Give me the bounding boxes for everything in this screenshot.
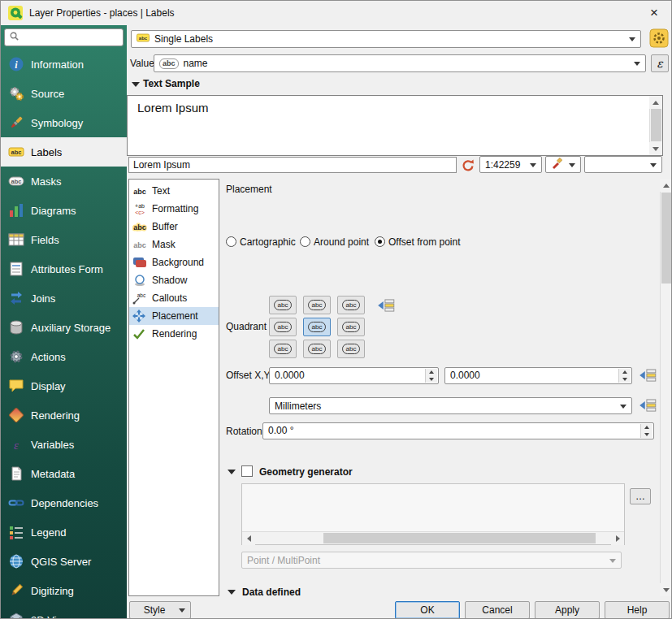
spin-up-icon[interactable] — [641, 424, 652, 431]
ok-button[interactable]: OK — [395, 601, 460, 619]
fields-icon — [8, 232, 24, 248]
tab-label: Mask — [152, 239, 176, 250]
offset-y-value: 0.0000 — [450, 370, 480, 381]
sidebar-item-labels[interactable]: abc Labels — [1, 137, 127, 167]
sidebar-item-attributes-form[interactable]: Attributes Form — [1, 254, 127, 284]
sidebar-item-label: QGIS Server — [31, 556, 91, 568]
scroll-left-icon[interactable] — [242, 532, 255, 545]
buffer-tab-icon: abc — [132, 220, 147, 233]
spin-up-icon[interactable] — [619, 369, 631, 376]
auxiliary-storage-icon — [8, 319, 24, 335]
quadrant-button-below-left[interactable]: abc — [269, 340, 297, 358]
collapse-arrow-icon[interactable] — [228, 590, 236, 595]
tab-shadow[interactable]: Shadow — [129, 271, 219, 289]
sidebar-search-input[interactable] — [4, 28, 124, 46]
expression-scrollbar[interactable] — [242, 531, 624, 544]
offset-units-combo[interactable]: Millimeters — [269, 397, 632, 414]
sidebar-item-display[interactable]: Display — [1, 371, 127, 400]
offset-x-input[interactable]: 0.0000 — [269, 367, 439, 384]
sidebar-item-masks[interactable]: abc Masks — [1, 167, 127, 196]
sidebar-item-fields[interactable]: Fields — [1, 225, 127, 254]
scale-combo[interactable]: 1:42259 — [479, 156, 542, 173]
sample-text-input[interactable]: Lorem Ipsum — [128, 157, 457, 173]
quadrant-button-above[interactable]: abc — [303, 296, 331, 314]
reset-sample-button[interactable] — [459, 156, 477, 173]
quadrant-button-over[interactable]: abc — [303, 318, 331, 336]
expression-dialog-button[interactable]: … — [630, 488, 651, 504]
tab-callouts[interactable]: abc Callouts — [129, 289, 219, 307]
spin-down-icon[interactable] — [641, 431, 652, 439]
radio-offset-from-point[interactable] — [375, 236, 385, 247]
text-format-combo[interactable] — [545, 156, 581, 173]
scroll-down-icon[interactable] — [649, 142, 662, 155]
sidebar-item-metadata[interactable]: Metadata — [1, 459, 127, 488]
quadrant-button-left[interactable]: abc — [269, 318, 297, 336]
tab-formatting[interactable]: +ab<c> Formatting — [129, 200, 219, 218]
quadrant-cell-label: abc — [308, 300, 327, 310]
sidebar-item-digitizing[interactable]: Digitizing — [1, 576, 127, 605]
preview-scrollbar[interactable] — [649, 96, 662, 155]
tab-background[interactable]: Background — [129, 253, 219, 271]
sidebar-item-variables[interactable]: ε Variables — [1, 430, 127, 459]
tab-buffer[interactable]: abc Buffer — [129, 218, 219, 236]
geometry-generator-expression-input[interactable] — [241, 483, 625, 545]
units-data-defined-button[interactable] — [638, 397, 657, 413]
scroll-right-icon[interactable] — [611, 532, 624, 545]
tab-text[interactable]: abc Text — [129, 182, 219, 200]
scrollbar-thumb[interactable] — [651, 109, 661, 141]
rotation-input[interactable]: 0.00 ° — [262, 422, 654, 439]
quadrant-button-below-right[interactable]: abc — [337, 340, 365, 358]
sidebar-item-dependencies[interactable]: Dependencies — [1, 488, 127, 517]
sidebar-item-label: Symbology — [31, 117, 83, 129]
label-mode-combo[interactable]: abc Single Labels — [131, 30, 641, 48]
sidebar-item-3d-view[interactable]: 3D View — [1, 605, 127, 619]
offset-data-defined-button[interactable] — [638, 367, 657, 383]
sidebar-item-source[interactable]: Source — [1, 79, 127, 108]
sidebar-item-label: Variables — [31, 439, 74, 451]
help-button[interactable]: Help — [605, 601, 670, 619]
scroll-up-icon[interactable] — [660, 179, 672, 192]
quadrant-button-above-left[interactable]: abc — [269, 296, 297, 314]
font-preview-combo[interactable] — [584, 156, 662, 173]
spin-down-icon[interactable] — [426, 376, 437, 383]
spin-down-icon[interactable] — [619, 376, 631, 383]
quadrant-button-above-right[interactable]: abc — [337, 296, 365, 314]
quadrant-data-defined-button[interactable] — [376, 297, 396, 314]
collapse-arrow-icon[interactable] — [228, 470, 236, 474]
radio-cartographic[interactable] — [226, 236, 236, 247]
style-menu-button[interactable]: Style — [129, 601, 191, 619]
geometry-generator-checkbox[interactable] — [241, 465, 253, 477]
sidebar-item-qgis-server[interactable]: QGIS Server — [1, 547, 127, 576]
scroll-up-icon[interactable] — [649, 96, 662, 109]
geometry-type-combo[interactable]: Point / MultiPoint — [241, 552, 622, 569]
radio-around-point[interactable] — [300, 236, 310, 247]
content-scrollbar[interactable] — [660, 179, 672, 596]
sidebar-item-actions[interactable]: Actions — [1, 342, 127, 371]
quadrant-button-right[interactable]: abc — [337, 318, 365, 336]
auto-placement-settings-button[interactable] — [649, 28, 669, 48]
scroll-down-icon[interactable] — [660, 583, 672, 596]
symbology-icon — [8, 115, 24, 131]
tab-placement[interactable]: Placement — [129, 307, 219, 325]
sidebar-item-legend[interactable]: Legend — [1, 517, 127, 547]
scrollbar-thumb[interactable] — [661, 193, 672, 284]
cancel-button[interactable]: Cancel — [465, 601, 530, 619]
tab-rendering[interactable]: Rendering — [129, 325, 219, 343]
sidebar-item-diagrams[interactable]: Diagrams — [1, 196, 127, 225]
collapse-arrow-icon[interactable] — [132, 82, 140, 87]
value-field-combo[interactable]: abc name — [154, 54, 646, 72]
spin-up-icon[interactable] — [426, 369, 437, 376]
sidebar-item-auxiliary-storage[interactable]: Auxiliary Storage — [1, 313, 127, 342]
label-settings-tabs: abc Text +ab<c> Formatting abc Buffer ab… — [128, 179, 219, 596]
sidebar-item-joins[interactable]: Joins — [1, 284, 127, 313]
sidebar-item-symbology[interactable]: Symbology — [1, 108, 127, 137]
sidebar-item-rendering[interactable]: Rendering — [1, 400, 127, 430]
tab-mask[interactable]: abc Mask — [129, 236, 219, 253]
quadrant-button-below[interactable]: abc — [303, 340, 331, 358]
close-button[interactable]: × — [637, 1, 671, 25]
expression-builder-button[interactable]: ε — [651, 54, 669, 72]
sidebar-item-information[interactable]: i Information — [1, 50, 127, 79]
scrollbar-thumb[interactable] — [323, 533, 596, 543]
offset-y-input[interactable]: 0.0000 — [444, 367, 632, 384]
apply-button[interactable]: Apply — [535, 601, 600, 619]
